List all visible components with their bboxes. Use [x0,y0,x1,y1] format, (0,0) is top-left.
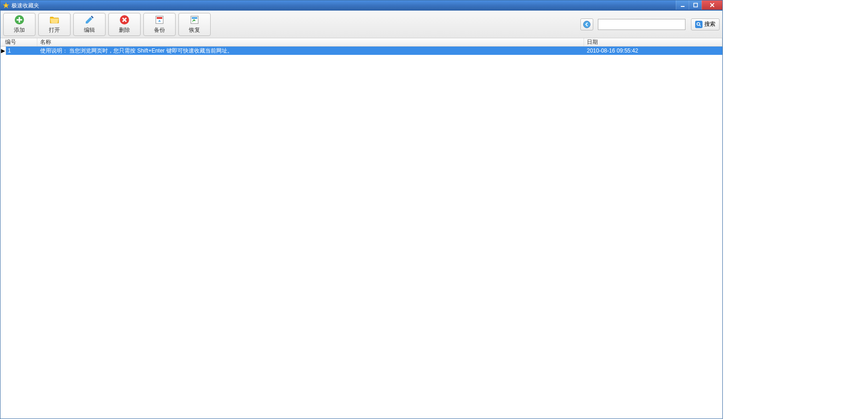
open-label: 打开 [49,26,60,34]
restore-button[interactable]: 恢复 [178,13,211,36]
close-button[interactable] [702,0,722,10]
window-controls [676,0,722,10]
back-arrow-icon [583,20,591,29]
column-date[interactable]: 日期 [584,38,722,46]
backup-label: 备份 [154,26,165,34]
back-button[interactable] [580,18,593,30]
table-header: 编号 名称 日期 [0,38,722,47]
svg-rect-1 [694,3,697,7]
edit-button[interactable]: 编辑 [73,13,106,36]
svg-rect-7 [192,17,197,19]
minimize-button[interactable] [676,0,689,10]
cell-name: 使用说明： 当您浏览网页时，您只需按 Shift+Enter 键即可快速收藏当前… [37,47,584,55]
delete-icon [119,14,130,25]
toolbar: 添加 打开 编辑 删除 [0,11,722,38]
app-window: 极速收藏夹 添加 打开 [0,0,723,419]
restore-label: 恢复 [189,26,200,34]
backup-icon [154,14,165,25]
search-button[interactable]: 搜索 [691,18,720,30]
folder-icon [49,14,60,25]
delete-button[interactable]: 删除 [108,13,141,36]
backup-button[interactable]: 备份 [143,13,176,36]
search-input[interactable] [598,19,685,30]
maximize-button[interactable] [689,0,702,10]
table-row[interactable]: ▶ 1 使用说明： 当您浏览网页时，您只需按 Shift+Enter 键即可快速… [0,47,722,55]
edit-label: 编辑 [84,26,95,34]
svg-point-9 [697,23,700,25]
svg-point-8 [584,21,590,28]
row-indicator-icon: ▶ [0,47,6,55]
delete-label: 删除 [119,26,130,34]
column-name[interactable]: 名称 [37,38,584,46]
add-button[interactable]: 添加 [3,13,35,36]
search-label: 搜索 [704,20,715,28]
svg-rect-5 [157,17,162,19]
search-icon [695,21,703,28]
column-number[interactable]: 编号 [0,38,37,46]
open-button[interactable]: 打开 [38,13,71,36]
add-icon [14,14,25,25]
window-title: 极速收藏夹 [12,2,39,10]
cell-date: 2010-08-16 09:55:42 [584,47,722,54]
titlebar[interactable]: 极速收藏夹 [0,0,722,11]
star-icon [2,2,10,9]
cell-number: 1 [6,47,37,54]
add-label: 添加 [14,26,25,34]
edit-icon [84,14,95,25]
table-body[interactable]: ▶ 1 使用说明： 当您浏览网页时，您只需按 Shift+Enter 键即可快速… [0,47,722,419]
restore-icon [189,14,200,25]
svg-rect-0 [681,6,685,7]
